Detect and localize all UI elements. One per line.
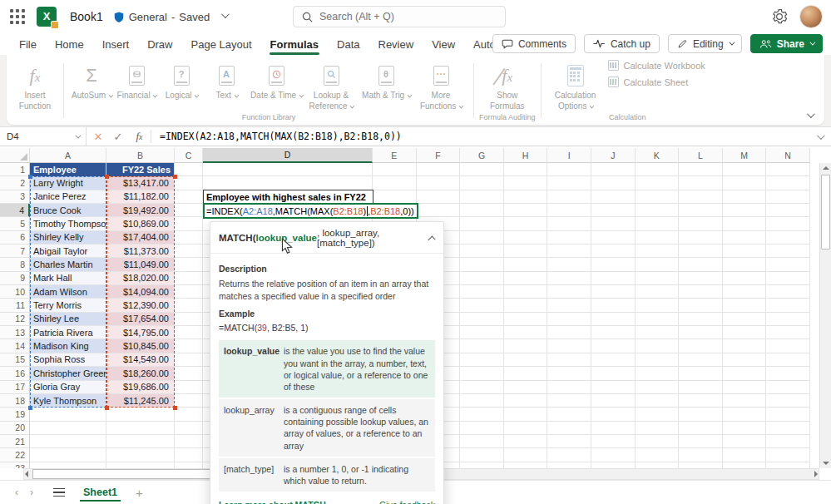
column-header-L[interactable]: L bbox=[679, 148, 723, 163]
cell-L10[interactable] bbox=[679, 285, 723, 299]
cell-C5[interactable] bbox=[175, 217, 203, 230]
cell-C22[interactable] bbox=[175, 448, 203, 462]
row-header-14[interactable]: 14 bbox=[0, 339, 30, 353]
cell-C20[interactable] bbox=[175, 422, 203, 435]
scroll-right-arrow-icon[interactable] bbox=[814, 471, 818, 477]
cell-J14[interactable] bbox=[591, 339, 636, 353]
cell-I17[interactable] bbox=[547, 381, 591, 394]
cell-H10[interactable] bbox=[504, 285, 548, 299]
cell-B16[interactable]: $18,260.00 bbox=[106, 367, 175, 380]
cell-N14[interactable] bbox=[766, 339, 810, 353]
cell-I23[interactable] bbox=[547, 462, 591, 468]
cell-L13[interactable] bbox=[679, 326, 723, 339]
ribbon-button-text[interactable]: AText bbox=[204, 60, 249, 101]
cell-I6[interactable] bbox=[547, 231, 591, 245]
cell-L5[interactable] bbox=[679, 217, 723, 230]
cell-L8[interactable] bbox=[679, 258, 723, 271]
cell-A20[interactable] bbox=[30, 422, 106, 435]
cell-K2[interactable] bbox=[636, 176, 680, 190]
cell-H11[interactable] bbox=[504, 299, 548, 312]
sensitivity-label[interactable]: General bbox=[129, 11, 167, 23]
cell-N4[interactable] bbox=[766, 204, 810, 217]
cell-H18[interactable] bbox=[504, 394, 548, 408]
cell-N9[interactable] bbox=[766, 272, 810, 285]
cell-N8[interactable] bbox=[766, 258, 810, 271]
cell-I21[interactable] bbox=[547, 435, 591, 448]
cell-L19[interactable] bbox=[679, 408, 723, 421]
add-sheet-button[interactable]: + bbox=[136, 486, 143, 500]
cell-G22[interactable] bbox=[460, 448, 504, 462]
cell-J3[interactable] bbox=[591, 190, 636, 204]
cell-B3[interactable]: $11,182.00 bbox=[106, 190, 175, 204]
cell-B1[interactable]: FY22 Sales bbox=[106, 163, 175, 176]
cell-A10[interactable]: Adam Wilson bbox=[30, 285, 106, 299]
cell-A16[interactable]: Christopher Green bbox=[30, 367, 106, 380]
ribbon-button-math-trig[interactable]: θMath & Trig bbox=[359, 60, 413, 101]
cell-G19[interactable] bbox=[460, 408, 504, 421]
row-header-10[interactable]: 10 bbox=[0, 285, 30, 299]
cell-A13[interactable]: Patricia Rivera bbox=[30, 326, 106, 339]
cell-N13[interactable] bbox=[766, 326, 810, 339]
cell-M13[interactable] bbox=[723, 326, 767, 339]
cell-M5[interactable] bbox=[723, 217, 767, 230]
share-button[interactable]: Share bbox=[750, 34, 823, 53]
cell-C1[interactable] bbox=[175, 163, 203, 176]
column-header-K[interactable]: K bbox=[636, 148, 680, 163]
cell-K18[interactable] bbox=[636, 394, 680, 408]
row-header-1[interactable]: 1 bbox=[0, 163, 30, 176]
cell-J8[interactable] bbox=[591, 258, 636, 271]
cell-C13[interactable] bbox=[175, 326, 203, 339]
cell-K4[interactable] bbox=[636, 204, 680, 217]
editing-mode-button[interactable]: Editing bbox=[668, 34, 742, 53]
cell-J9[interactable] bbox=[591, 272, 636, 285]
menu-item-insert[interactable]: Insert bbox=[93, 33, 139, 55]
cell-K9[interactable] bbox=[636, 272, 680, 285]
vertical-scrollbar-thumb[interactable] bbox=[821, 175, 830, 250]
menu-item-view[interactable]: View bbox=[423, 33, 464, 55]
cell-A18[interactable]: Kyle Thompson bbox=[30, 394, 106, 408]
cell-N21[interactable] bbox=[766, 435, 810, 448]
cell-J7[interactable] bbox=[591, 245, 636, 258]
cell-M23[interactable] bbox=[723, 462, 767, 468]
cell-I10[interactable] bbox=[547, 285, 591, 299]
ribbon-button-date-time[interactable]: Date & Time bbox=[249, 60, 304, 101]
cell-G5[interactable] bbox=[460, 217, 504, 230]
cell-I13[interactable] bbox=[547, 326, 591, 339]
name-box[interactable]: D4 bbox=[0, 127, 87, 146]
cell-G6[interactable] bbox=[460, 231, 504, 245]
cell-G1[interactable] bbox=[460, 163, 504, 176]
formula-input[interactable]: =INDEX(A2:A18,MATCH(MAX(B2:B18),B2:B18,0… bbox=[153, 131, 817, 142]
cell-C23[interactable] bbox=[175, 462, 203, 468]
select-all-corner[interactable] bbox=[0, 148, 30, 163]
cell-C3[interactable] bbox=[175, 190, 203, 204]
cell-J13[interactable] bbox=[591, 326, 636, 339]
cell-L11[interactable] bbox=[679, 299, 723, 312]
cell-A15[interactable]: Sophia Ross bbox=[30, 353, 106, 367]
column-header-C[interactable]: C bbox=[175, 148, 203, 163]
cell-A6[interactable]: Shirley Kelly bbox=[30, 231, 106, 245]
cell-I9[interactable] bbox=[547, 272, 591, 285]
cell-M4[interactable] bbox=[723, 204, 767, 217]
cell-L2[interactable] bbox=[679, 176, 723, 190]
cell-A3[interactable]: Janice Perez bbox=[30, 190, 106, 204]
cell-I4[interactable] bbox=[547, 204, 591, 217]
cell-G4[interactable] bbox=[460, 204, 504, 217]
cell-B11[interactable]: $12,390.00 bbox=[106, 299, 175, 312]
column-header-M[interactable]: M bbox=[723, 148, 767, 163]
cell-C21[interactable] bbox=[175, 435, 203, 448]
cell-H5[interactable] bbox=[504, 217, 548, 230]
cell-E2[interactable] bbox=[373, 176, 417, 190]
cell-G21[interactable] bbox=[460, 435, 504, 448]
menu-item-review[interactable]: Review bbox=[369, 33, 423, 55]
cell-C18[interactable] bbox=[175, 394, 203, 408]
cell-L3[interactable] bbox=[679, 190, 723, 204]
cell-A19[interactable] bbox=[30, 408, 106, 421]
cell-L18[interactable] bbox=[679, 394, 723, 408]
next-sheet-chevron-icon[interactable]: › bbox=[30, 487, 33, 498]
cell-G18[interactable] bbox=[460, 394, 504, 408]
cell-K6[interactable] bbox=[636, 231, 680, 245]
column-header-G[interactable]: G bbox=[460, 148, 504, 163]
cell-N20[interactable] bbox=[766, 422, 810, 435]
cell-A4[interactable]: Bruce Cook bbox=[30, 204, 106, 217]
app-launcher-icon[interactable] bbox=[10, 9, 25, 24]
